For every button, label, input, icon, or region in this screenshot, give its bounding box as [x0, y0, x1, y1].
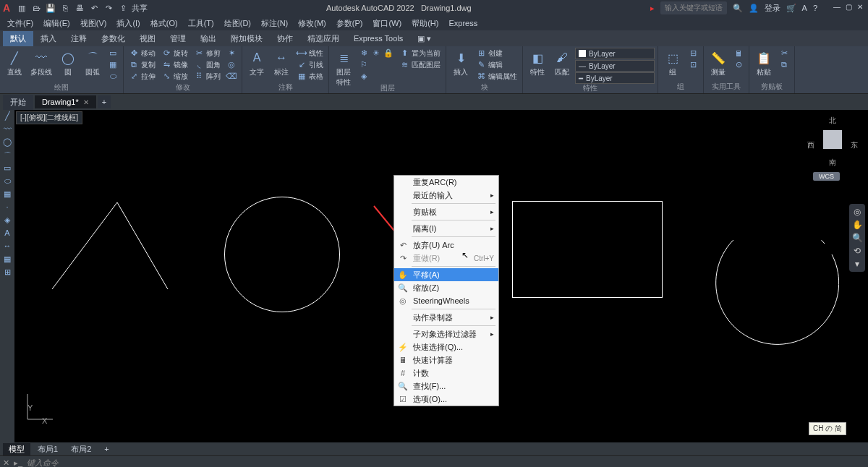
- nav-pan-icon[interactable]: ✋: [852, 220, 863, 230]
- ctx-recent[interactable]: 最近的输入▸: [394, 189, 498, 202]
- move-button[interactable]: ✥移动: [127, 48, 158, 59]
- tab-view[interactable]: 视图: [132, 31, 163, 46]
- stretch-button[interactable]: ⤢拉伸: [127, 71, 158, 82]
- side-text-icon[interactable]: A: [1, 228, 13, 240]
- group-button[interactable]: ⬚组: [661, 48, 684, 79]
- arc-button[interactable]: ⌒圆弧: [81, 48, 104, 79]
- model-canvas[interactable]: [-][俯视][二维线框] 重复ARC(R) 最近的输入▸ 剪贴板▸ 隔离(I)…: [14, 110, 868, 442]
- side-pline-icon[interactable]: 〰: [1, 124, 13, 136]
- tab-featured[interactable]: 精选应用: [300, 31, 346, 46]
- circle-button[interactable]: ◯圆: [56, 48, 80, 79]
- table-button[interactable]: ▦表格: [294, 71, 326, 82]
- menu-param[interactable]: 参数(P): [332, 17, 367, 30]
- menu-insert[interactable]: 插入(I): [112, 17, 144, 30]
- mirror-button[interactable]: ⇋镜像: [159, 59, 190, 70]
- text-button[interactable]: A文字: [245, 48, 268, 79]
- rect-button[interactable]: ▭: [106, 48, 120, 59]
- cmd-close-icon[interactable]: ✕: [3, 458, 9, 467]
- tab-collab[interactable]: 协作: [270, 31, 300, 46]
- trim-button[interactable]: ✂修剪: [192, 48, 223, 59]
- erase-button[interactable]: ⌫: [224, 71, 239, 82]
- ctx-clipboard[interactable]: 剪贴板▸: [394, 205, 498, 218]
- side-arc-icon[interactable]: ⌒: [1, 150, 13, 162]
- menu-modify[interactable]: 修改(M): [294, 17, 331, 30]
- ctx-action-recorder[interactable]: 动作录制器▸: [394, 311, 498, 324]
- tab-annotate[interactable]: 注释: [64, 31, 94, 46]
- side-ellipse-icon[interactable]: ⬭: [1, 176, 13, 188]
- layer-freeze-button[interactable]: ❄☀🔒: [357, 48, 396, 59]
- bringfront-button[interactable]: ⬆置为当前: [397, 48, 443, 59]
- menu-format[interactable]: 格式(O): [146, 17, 182, 30]
- layout-add[interactable]: +: [98, 444, 114, 454]
- ctx-isolate[interactable]: 隔离(I)▸: [394, 222, 498, 235]
- measure-button[interactable]: 📏测量: [707, 48, 730, 79]
- layout-2[interactable]: 布局2: [65, 443, 97, 455]
- tab-output[interactable]: 输出: [193, 31, 224, 46]
- dim-button[interactable]: ↔标注: [270, 48, 293, 79]
- viewcube-top[interactable]: [823, 130, 842, 149]
- menu-tools[interactable]: 工具(T): [184, 17, 218, 30]
- menu-view[interactable]: 视图(V): [76, 17, 111, 30]
- leader-button[interactable]: ↙引线: [294, 59, 326, 70]
- qat-share-label[interactable]: 共享: [132, 2, 148, 14]
- editattr-button[interactable]: ⌘编辑属性: [474, 71, 519, 82]
- nav-show-icon[interactable]: ▾: [855, 259, 859, 269]
- tab-insert[interactable]: 插入: [33, 31, 64, 46]
- tab-addins[interactable]: 附加模块: [224, 31, 270, 46]
- side-region-icon[interactable]: ◈: [1, 215, 13, 227]
- doctab-start[interactable]: 开始: [3, 95, 33, 110]
- explode-button[interactable]: ✶: [224, 48, 239, 59]
- side-circle-icon[interactable]: ◯: [1, 137, 13, 149]
- groupedit-button[interactable]: ⊡: [686, 59, 700, 70]
- cart-icon[interactable]: 🛒: [786, 4, 796, 13]
- viewcube-east[interactable]: 东: [851, 140, 858, 150]
- side-block-icon[interactable]: ⊞: [1, 267, 13, 279]
- qat-save-icon[interactable]: 💾: [45, 2, 56, 14]
- ctx-quickcalc[interactable]: 🖩快速计算器: [394, 354, 498, 367]
- matchprop-button[interactable]: 🖌匹配: [550, 48, 574, 79]
- linear-button[interactable]: ⟷线性: [294, 48, 326, 59]
- doctab-close-icon[interactable]: ✕: [83, 98, 89, 106]
- viewcube-north[interactable]: 北: [807, 116, 858, 126]
- help-icon[interactable]: ?: [813, 4, 817, 12]
- search-input[interactable]: 输入关键字或短语: [660, 1, 727, 14]
- line-button[interactable]: ╱直线: [3, 48, 26, 79]
- side-hatch-icon[interactable]: ▦: [1, 189, 13, 201]
- ctx-repeat[interactable]: 重复ARC(R): [394, 176, 498, 189]
- menu-dim[interactable]: 标注(N): [257, 17, 292, 30]
- ctx-zoom[interactable]: 🔍缩放(Z): [394, 281, 498, 294]
- side-rect-icon[interactable]: ▭: [1, 163, 13, 175]
- maximize-icon[interactable]: ▢: [843, 3, 854, 13]
- qat-plot-icon[interactable]: 🖶: [74, 2, 85, 14]
- tab-express[interactable]: Express Tools: [346, 32, 410, 45]
- tab-manage[interactable]: 管理: [163, 31, 193, 46]
- polyline-button[interactable]: 〰多段线: [27, 48, 55, 79]
- login-label[interactable]: 登录: [765, 3, 780, 14]
- scale-button[interactable]: ⤡缩放: [159, 71, 190, 82]
- viewcube-south[interactable]: 南: [807, 158, 858, 168]
- nav-orbit-icon[interactable]: ⟲: [854, 246, 861, 256]
- insertblock-button[interactable]: ⬇插入: [449, 48, 472, 79]
- layerstate-button[interactable]: ⚐: [357, 59, 396, 70]
- hatch-button[interactable]: ▦: [106, 59, 120, 70]
- command-line[interactable]: ✕ ▸_ 键入命令: [0, 455, 868, 467]
- ctx-quickselect[interactable]: ⚡快速选择(Q)...: [394, 340, 498, 354]
- menu-file[interactable]: 文件(F): [3, 17, 38, 30]
- close-icon[interactable]: ✕: [855, 3, 865, 13]
- minimize-icon[interactable]: —: [832, 3, 842, 13]
- point-button[interactable]: ⊙: [731, 59, 746, 70]
- ctx-options[interactable]: ☑选项(O)...: [394, 393, 498, 406]
- fillet-button[interactable]: ◟圆角: [192, 59, 223, 70]
- layout-model[interactable]: 模型: [3, 443, 30, 455]
- side-line-icon[interactable]: ╱: [1, 111, 13, 123]
- calc-button[interactable]: 🖩: [731, 48, 746, 59]
- ctx-count[interactable]: #计数: [394, 367, 498, 380]
- tab-default[interactable]: 默认: [3, 31, 33, 46]
- rotate-button[interactable]: ⟳旋转: [159, 48, 190, 59]
- createblock-button[interactable]: ⊞创建: [474, 48, 519, 59]
- matchlayer-button[interactable]: ≋匹配图层: [397, 59, 443, 70]
- lineweight-dropdown[interactable]: —ByLayer: [575, 60, 655, 72]
- tab-overflow-icon[interactable]: ▣ ▾: [410, 32, 438, 46]
- menu-edit[interactable]: 编辑(E): [39, 17, 75, 30]
- nav-zoom-icon[interactable]: 🔍: [852, 233, 863, 243]
